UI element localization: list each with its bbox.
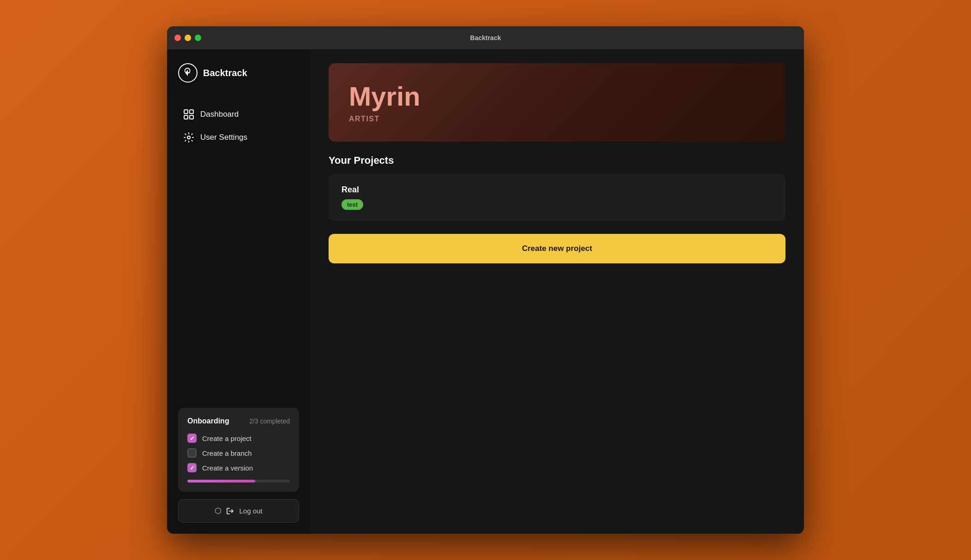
minimize-button[interactable]	[185, 35, 191, 41]
titlebar-title: Backtrack	[470, 34, 501, 42]
progress-bar-container	[187, 480, 290, 483]
logout-arrow-icon	[226, 507, 234, 515]
maximize-button[interactable]	[195, 35, 201, 41]
window-controls	[174, 35, 201, 41]
check-mark-2: ✓	[190, 465, 195, 471]
sidebar: Backtrack Dashboard	[167, 49, 310, 534]
projects-section: Your Projects Real test	[329, 155, 785, 221]
artist-name: Myrin	[349, 82, 765, 111]
dashboard-icon	[184, 109, 194, 119]
titlebar: Backtrack	[167, 26, 804, 49]
checkbox-1[interactable]	[187, 448, 197, 458]
onboarding-item-1[interactable]: Create a branch	[187, 448, 290, 458]
onboarding-header: Onboarding 2/3 completed	[187, 417, 290, 425]
check-mark-0: ✓	[190, 435, 195, 442]
checkbox-0[interactable]: ✓	[187, 434, 197, 443]
app-window: Backtrack Backtrack	[167, 26, 804, 534]
logout-icon: ⬡	[215, 506, 222, 516]
projects-heading: Your Projects	[329, 155, 785, 167]
project-tag-0: test	[342, 199, 363, 210]
onboarding-title: Onboarding	[187, 417, 229, 425]
dashboard-label: Dashboard	[200, 110, 239, 119]
main-content: Myrin ARTIST Your Projects Real test Cre…	[310, 49, 804, 534]
onboarding-item-2[interactable]: ✓ Create a version	[187, 463, 290, 472]
checkbox-2[interactable]: ✓	[187, 463, 197, 472]
logo-text: Backtrack	[203, 68, 247, 78]
onboarding-label-2: Create a version	[202, 464, 253, 472]
nav-items: Dashboard User Settings	[178, 105, 299, 147]
settings-icon	[184, 132, 194, 143]
onboarding-card: Onboarding 2/3 completed ✓ Create a proj…	[178, 408, 299, 492]
artist-role: ARTIST	[349, 115, 765, 123]
app-body: Backtrack Dashboard	[167, 49, 804, 534]
user-settings-label: User Settings	[200, 133, 247, 142]
svg-rect-2	[184, 115, 188, 119]
logout-button[interactable]: ⬡ Log out	[178, 499, 299, 523]
svg-rect-0	[184, 110, 188, 113]
sidebar-item-user-settings[interactable]: User Settings	[178, 128, 299, 147]
svg-rect-3	[190, 115, 193, 119]
sidebar-item-dashboard[interactable]: Dashboard	[178, 105, 299, 124]
logo-area: Backtrack	[178, 63, 299, 83]
onboarding-items: ✓ Create a project Create a branch ✓ Cre…	[187, 434, 290, 472]
svg-rect-1	[190, 110, 193, 113]
project-name-0: Real	[342, 185, 773, 195]
logo-icon	[178, 63, 198, 83]
onboarding-label-0: Create a project	[202, 435, 252, 442]
logout-label: Log out	[239, 507, 262, 515]
artist-banner: Myrin ARTIST	[329, 63, 785, 142]
onboarding-progress: 2/3 completed	[249, 417, 290, 425]
create-project-button[interactable]: Create new project	[329, 234, 785, 263]
progress-bar-fill	[187, 480, 255, 483]
project-card-0[interactable]: Real test	[329, 174, 785, 221]
close-button[interactable]	[174, 35, 181, 41]
backtrack-icon	[183, 68, 193, 78]
onboarding-item-0[interactable]: ✓ Create a project	[187, 434, 290, 443]
svg-point-4	[187, 136, 190, 139]
onboarding-label-1: Create a branch	[202, 449, 252, 457]
